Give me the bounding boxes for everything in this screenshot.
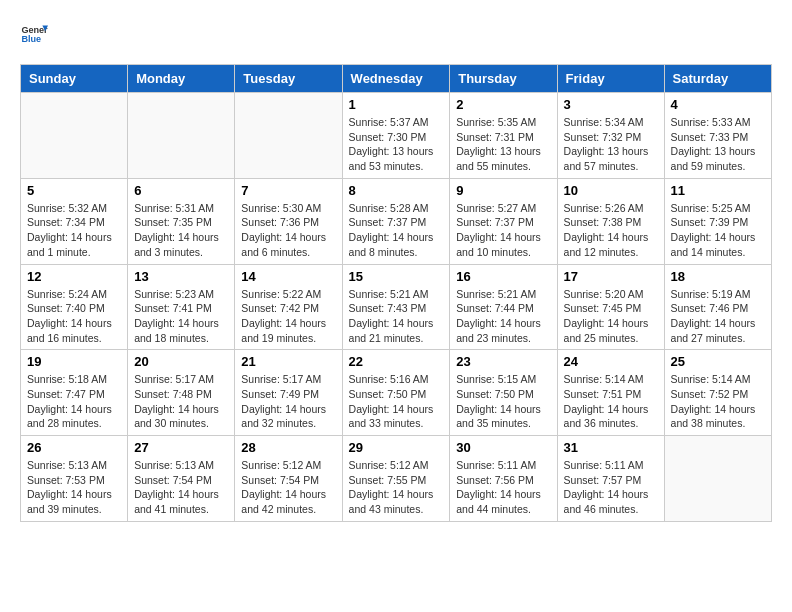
day-info: Sunrise: 5:21 AM Sunset: 7:43 PM Dayligh… (349, 287, 444, 346)
calendar-day-cell: 5Sunrise: 5:32 AM Sunset: 7:34 PM Daylig… (21, 178, 128, 264)
day-info: Sunrise: 5:11 AM Sunset: 7:56 PM Dayligh… (456, 458, 550, 517)
weekday-header: Monday (128, 65, 235, 93)
calendar-day-cell: 18Sunrise: 5:19 AM Sunset: 7:46 PM Dayli… (664, 264, 771, 350)
day-info: Sunrise: 5:23 AM Sunset: 7:41 PM Dayligh… (134, 287, 228, 346)
day-number: 9 (456, 183, 550, 198)
day-info: Sunrise: 5:17 AM Sunset: 7:49 PM Dayligh… (241, 372, 335, 431)
day-info: Sunrise: 5:26 AM Sunset: 7:38 PM Dayligh… (564, 201, 658, 260)
calendar-day-cell: 1Sunrise: 5:37 AM Sunset: 7:30 PM Daylig… (342, 93, 450, 179)
day-info: Sunrise: 5:34 AM Sunset: 7:32 PM Dayligh… (564, 115, 658, 174)
day-info: Sunrise: 5:31 AM Sunset: 7:35 PM Dayligh… (134, 201, 228, 260)
weekday-header: Wednesday (342, 65, 450, 93)
day-number: 7 (241, 183, 335, 198)
day-info: Sunrise: 5:37 AM Sunset: 7:30 PM Dayligh… (349, 115, 444, 174)
day-number: 15 (349, 269, 444, 284)
day-number: 19 (27, 354, 121, 369)
calendar-week-row: 5Sunrise: 5:32 AM Sunset: 7:34 PM Daylig… (21, 178, 772, 264)
calendar-day-cell (235, 93, 342, 179)
calendar-table: SundayMondayTuesdayWednesdayThursdayFrid… (20, 64, 772, 522)
day-info: Sunrise: 5:20 AM Sunset: 7:45 PM Dayligh… (564, 287, 658, 346)
calendar-day-cell: 24Sunrise: 5:14 AM Sunset: 7:51 PM Dayli… (557, 350, 664, 436)
day-number: 1 (349, 97, 444, 112)
day-number: 3 (564, 97, 658, 112)
day-info: Sunrise: 5:33 AM Sunset: 7:33 PM Dayligh… (671, 115, 765, 174)
calendar-day-cell: 8Sunrise: 5:28 AM Sunset: 7:37 PM Daylig… (342, 178, 450, 264)
day-number: 4 (671, 97, 765, 112)
day-number: 23 (456, 354, 550, 369)
day-info: Sunrise: 5:32 AM Sunset: 7:34 PM Dayligh… (27, 201, 121, 260)
calendar-day-cell: 9Sunrise: 5:27 AM Sunset: 7:37 PM Daylig… (450, 178, 557, 264)
day-number: 18 (671, 269, 765, 284)
calendar-day-cell: 13Sunrise: 5:23 AM Sunset: 7:41 PM Dayli… (128, 264, 235, 350)
day-number: 17 (564, 269, 658, 284)
calendar-day-cell: 21Sunrise: 5:17 AM Sunset: 7:49 PM Dayli… (235, 350, 342, 436)
calendar-day-cell: 23Sunrise: 5:15 AM Sunset: 7:50 PM Dayli… (450, 350, 557, 436)
calendar-day-cell: 4Sunrise: 5:33 AM Sunset: 7:33 PM Daylig… (664, 93, 771, 179)
calendar-day-cell: 10Sunrise: 5:26 AM Sunset: 7:38 PM Dayli… (557, 178, 664, 264)
day-info: Sunrise: 5:16 AM Sunset: 7:50 PM Dayligh… (349, 372, 444, 431)
calendar-day-cell: 26Sunrise: 5:13 AM Sunset: 7:53 PM Dayli… (21, 436, 128, 522)
day-info: Sunrise: 5:17 AM Sunset: 7:48 PM Dayligh… (134, 372, 228, 431)
calendar-day-cell: 29Sunrise: 5:12 AM Sunset: 7:55 PM Dayli… (342, 436, 450, 522)
day-info: Sunrise: 5:25 AM Sunset: 7:39 PM Dayligh… (671, 201, 765, 260)
day-number: 13 (134, 269, 228, 284)
day-info: Sunrise: 5:13 AM Sunset: 7:53 PM Dayligh… (27, 458, 121, 517)
day-info: Sunrise: 5:22 AM Sunset: 7:42 PM Dayligh… (241, 287, 335, 346)
day-number: 26 (27, 440, 121, 455)
day-info: Sunrise: 5:14 AM Sunset: 7:52 PM Dayligh… (671, 372, 765, 431)
day-info: Sunrise: 5:15 AM Sunset: 7:50 PM Dayligh… (456, 372, 550, 431)
day-number: 25 (671, 354, 765, 369)
calendar-day-cell (128, 93, 235, 179)
calendar-day-cell: 16Sunrise: 5:21 AM Sunset: 7:44 PM Dayli… (450, 264, 557, 350)
day-number: 11 (671, 183, 765, 198)
day-info: Sunrise: 5:27 AM Sunset: 7:37 PM Dayligh… (456, 201, 550, 260)
day-info: Sunrise: 5:12 AM Sunset: 7:54 PM Dayligh… (241, 458, 335, 517)
day-info: Sunrise: 5:18 AM Sunset: 7:47 PM Dayligh… (27, 372, 121, 431)
calendar-day-cell: 27Sunrise: 5:13 AM Sunset: 7:54 PM Dayli… (128, 436, 235, 522)
weekday-header: Friday (557, 65, 664, 93)
calendar-week-row: 19Sunrise: 5:18 AM Sunset: 7:47 PM Dayli… (21, 350, 772, 436)
day-number: 24 (564, 354, 658, 369)
day-number: 16 (456, 269, 550, 284)
logo: General Blue (20, 20, 48, 48)
day-number: 28 (241, 440, 335, 455)
day-number: 29 (349, 440, 444, 455)
calendar-day-cell: 28Sunrise: 5:12 AM Sunset: 7:54 PM Dayli… (235, 436, 342, 522)
day-info: Sunrise: 5:24 AM Sunset: 7:40 PM Dayligh… (27, 287, 121, 346)
day-info: Sunrise: 5:21 AM Sunset: 7:44 PM Dayligh… (456, 287, 550, 346)
day-number: 8 (349, 183, 444, 198)
calendar-day-cell: 30Sunrise: 5:11 AM Sunset: 7:56 PM Dayli… (450, 436, 557, 522)
calendar-header-row: SundayMondayTuesdayWednesdayThursdayFrid… (21, 65, 772, 93)
day-info: Sunrise: 5:11 AM Sunset: 7:57 PM Dayligh… (564, 458, 658, 517)
calendar-week-row: 12Sunrise: 5:24 AM Sunset: 7:40 PM Dayli… (21, 264, 772, 350)
day-number: 27 (134, 440, 228, 455)
calendar-day-cell: 31Sunrise: 5:11 AM Sunset: 7:57 PM Dayli… (557, 436, 664, 522)
day-info: Sunrise: 5:14 AM Sunset: 7:51 PM Dayligh… (564, 372, 658, 431)
day-number: 20 (134, 354, 228, 369)
day-number: 10 (564, 183, 658, 198)
calendar-day-cell (21, 93, 128, 179)
calendar-week-row: 1Sunrise: 5:37 AM Sunset: 7:30 PM Daylig… (21, 93, 772, 179)
day-number: 12 (27, 269, 121, 284)
calendar-day-cell: 19Sunrise: 5:18 AM Sunset: 7:47 PM Dayli… (21, 350, 128, 436)
calendar-day-cell: 17Sunrise: 5:20 AM Sunset: 7:45 PM Dayli… (557, 264, 664, 350)
logo-icon: General Blue (20, 20, 48, 48)
day-info: Sunrise: 5:30 AM Sunset: 7:36 PM Dayligh… (241, 201, 335, 260)
day-info: Sunrise: 5:19 AM Sunset: 7:46 PM Dayligh… (671, 287, 765, 346)
day-info: Sunrise: 5:35 AM Sunset: 7:31 PM Dayligh… (456, 115, 550, 174)
calendar-day-cell: 25Sunrise: 5:14 AM Sunset: 7:52 PM Dayli… (664, 350, 771, 436)
weekday-header: Saturday (664, 65, 771, 93)
day-info: Sunrise: 5:28 AM Sunset: 7:37 PM Dayligh… (349, 201, 444, 260)
page-header: General Blue (20, 20, 772, 48)
day-number: 31 (564, 440, 658, 455)
weekday-header: Tuesday (235, 65, 342, 93)
day-number: 21 (241, 354, 335, 369)
day-number: 6 (134, 183, 228, 198)
calendar-day-cell: 6Sunrise: 5:31 AM Sunset: 7:35 PM Daylig… (128, 178, 235, 264)
calendar-day-cell: 15Sunrise: 5:21 AM Sunset: 7:43 PM Dayli… (342, 264, 450, 350)
day-info: Sunrise: 5:13 AM Sunset: 7:54 PM Dayligh… (134, 458, 228, 517)
calendar-day-cell: 12Sunrise: 5:24 AM Sunset: 7:40 PM Dayli… (21, 264, 128, 350)
calendar-day-cell: 11Sunrise: 5:25 AM Sunset: 7:39 PM Dayli… (664, 178, 771, 264)
day-number: 14 (241, 269, 335, 284)
calendar-day-cell: 20Sunrise: 5:17 AM Sunset: 7:48 PM Dayli… (128, 350, 235, 436)
